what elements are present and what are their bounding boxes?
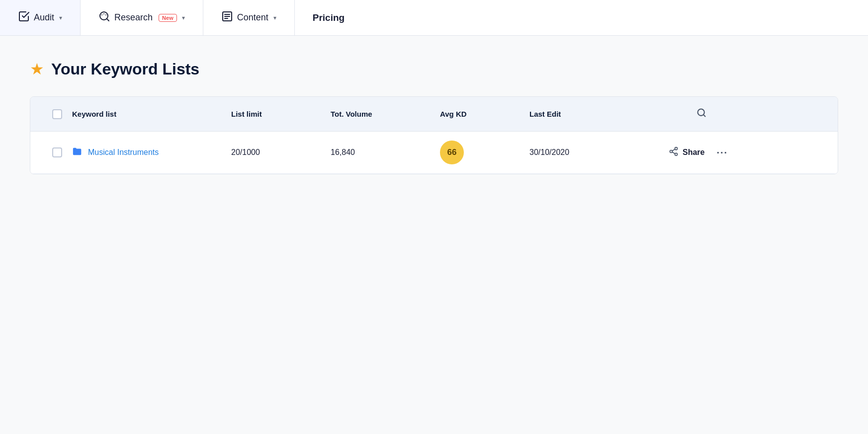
share-button[interactable]: Share <box>669 146 704 159</box>
nav-item-research[interactable]: Research New ▾ <box>81 0 203 35</box>
nav-item-audit[interactable]: Audit ▾ <box>0 0 81 35</box>
keyword-list-name-cell: Musical Instruments <box>72 146 231 159</box>
keyword-list-link[interactable]: Musical Instruments <box>72 146 231 159</box>
more-icon: ··· <box>716 147 728 158</box>
audit-icon <box>18 10 30 25</box>
nav-content-label: Content <box>237 12 268 23</box>
select-all-checkbox[interactable] <box>52 109 62 119</box>
svg-line-14 <box>672 152 675 153</box>
page-title: Your Keyword Lists <box>51 60 199 78</box>
new-badge: New <box>159 14 177 22</box>
svg-point-3 <box>105 14 106 15</box>
nav-audit-label: Audit <box>34 12 54 23</box>
svg-point-1 <box>101 14 102 15</box>
table-header: Keyword list List limit Tot. Volume Avg … <box>30 97 838 132</box>
col-last-edit: Last Edit <box>529 110 669 118</box>
row-checkbox-cell <box>42 147 72 157</box>
table-search-button[interactable] <box>694 106 708 122</box>
main-content: ★ Your Keyword Lists Keyword list List l… <box>0 36 868 434</box>
col-keyword-list: Keyword list <box>72 110 231 118</box>
share-label: Share <box>683 148 704 157</box>
nav-pricing-label: Pricing <box>313 12 345 23</box>
tot-volume-value: 16,840 <box>331 148 440 157</box>
nav-research-label: Research <box>114 12 153 23</box>
nav-item-content[interactable]: Content ▾ <box>203 0 295 35</box>
content-chevron: ▾ <box>273 14 276 21</box>
col-tot-volume: Tot. Volume <box>331 110 440 118</box>
table-row: Musical Instruments 20/1000 16,840 66 30… <box>30 132 838 174</box>
svg-line-10 <box>703 115 705 117</box>
svg-line-15 <box>672 149 675 150</box>
svg-line-4 <box>107 19 109 21</box>
research-chevron: ▾ <box>182 14 185 21</box>
avg-kd-value: 66 <box>440 141 529 164</box>
kd-badge: 66 <box>440 141 464 164</box>
header-checkbox-cell <box>42 109 72 119</box>
page-title-row: ★ Your Keyword Lists <box>30 60 838 78</box>
keyword-list-name: Musical Instruments <box>88 148 159 157</box>
audit-chevron: ▾ <box>59 14 62 21</box>
row-actions: Share ··· <box>669 145 708 160</box>
list-limit-value: 20/1000 <box>231 148 331 157</box>
col-search <box>669 106 708 122</box>
last-edit-value: 30/10/2020 <box>529 148 669 157</box>
content-icon <box>221 10 233 25</box>
folder-icon <box>72 146 83 159</box>
col-list-limit: List limit <box>231 110 331 118</box>
star-icon: ★ <box>30 60 44 78</box>
keyword-lists-table: Keyword list List limit Tot. Volume Avg … <box>30 96 838 174</box>
svg-point-2 <box>103 13 104 14</box>
more-options-button[interactable]: ··· <box>712 145 732 160</box>
nav-item-pricing[interactable]: Pricing <box>295 0 362 35</box>
row-checkbox[interactable] <box>52 147 62 157</box>
share-icon <box>669 146 679 159</box>
research-icon <box>98 10 110 25</box>
navbar: Audit ▾ Research New ▾ Content ▾ <box>0 0 868 36</box>
col-avg-kd: Avg KD <box>440 110 529 118</box>
